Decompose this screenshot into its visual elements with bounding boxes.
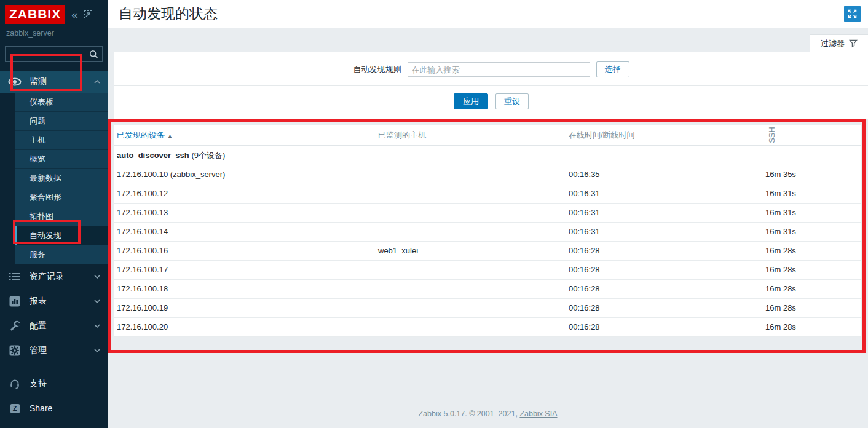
device-cell: 172.16.100.12 (114, 184, 375, 203)
sidebar-hide-icon[interactable] (84, 10, 92, 18)
filter-tab-strip: 过滤器 (108, 28, 868, 52)
chevron-down-icon (94, 349, 100, 352)
ssh-uptime-cell: 16m 31s (762, 203, 861, 222)
host-cell (375, 279, 566, 298)
page-title: 自动发现的状态 (119, 4, 844, 23)
sidebar-nav: 监测 仪表板 问题 主机 概览 最新数据 聚合图形 拓扑图 自动发现 服务 资产… (0, 71, 108, 363)
server-name: zabbix_server (0, 28, 108, 42)
table-row: 172.16.100.12 00:16:31 16m 31s (114, 184, 861, 203)
table-row: 172.16.100.19 00:16:28 16m 28s (114, 298, 861, 317)
sidebar-item-label: 管理 (30, 345, 86, 356)
page-footer: Zabbix 5.0.17. © 2001–2021, Zabbix SIA (108, 402, 868, 428)
discovery-rule-device-count: (9个设备) (191, 151, 225, 160)
uptime-cell: 00:16:31 (566, 184, 762, 203)
wrench-icon (8, 320, 22, 331)
ssh-uptime-cell: 16m 28s (762, 241, 861, 260)
filter-panel: 自动发现规则 选择 应用 重设 (114, 52, 868, 119)
sidebar-item-monitoring[interactable]: 监测 (0, 71, 108, 93)
discovery-rule-input[interactable] (408, 62, 590, 77)
column-header-monitored-host: 已监测的主机 (375, 125, 566, 146)
uptime-cell: 00:16:28 (566, 317, 762, 336)
sidebar-item-hosts[interactable]: 主机 (15, 131, 108, 150)
sidebar-item-discovery[interactable]: 自动发现 (15, 226, 108, 245)
filter-tab-label: 过滤器 (821, 38, 845, 49)
sidebar-item-inventory[interactable]: 资产记录 (0, 264, 108, 289)
host-cell (375, 222, 566, 241)
reset-button[interactable]: 重设 (495, 93, 529, 109)
filter-row: 自动发现规则 选择 (114, 61, 868, 77)
device-cell: 172.16.100.14 (114, 222, 375, 241)
sidebar-item-services[interactable]: 服务 (15, 245, 108, 264)
device-cell: 172.16.100.20 (114, 317, 375, 336)
chevron-down-icon (94, 299, 100, 303)
uptime-cell: 00:16:28 (566, 241, 762, 260)
zabbix-share-icon: Z (8, 404, 22, 413)
filter-tab[interactable]: 过滤器 (810, 34, 868, 52)
filter-actions: 应用 重设 (114, 93, 868, 109)
sidebar-item-label: 配置 (30, 320, 86, 331)
chevron-up-icon (94, 80, 100, 84)
bar-chart-icon (8, 296, 22, 307)
apply-button[interactable]: 应用 (454, 93, 488, 109)
sidebar-item-configuration[interactable]: 配置 (0, 314, 108, 338)
ssh-uptime-cell: 16m 35s (762, 165, 861, 184)
sidebar-search-box[interactable] (5, 46, 103, 62)
zabbix-logo[interactable]: ZABBIX (5, 5, 65, 24)
ssh-uptime-cell: 16m 31s (762, 184, 861, 203)
device-cell: 172.16.100.18 (114, 279, 375, 298)
sidebar-item-administration[interactable]: 管理 (0, 338, 108, 363)
device-cell: 172.16.100.17 (114, 260, 375, 279)
monitoring-submenu: 仪表板 问题 主机 概览 最新数据 聚合图形 拓扑图 自动发现 服务 (15, 93, 108, 264)
ssh-uptime-cell: 16m 28s (762, 298, 861, 317)
funnel-icon (849, 39, 858, 48)
filter-divider (114, 85, 868, 86)
ssh-uptime-cell: 16m 31s (762, 222, 861, 241)
select-button[interactable]: 选择 (596, 61, 629, 77)
sidebar-item-overview[interactable]: 概览 (15, 150, 108, 169)
table-row: 172.16.100.20 00:16:28 16m 28s (114, 317, 861, 336)
eye-icon (8, 77, 22, 87)
sidebar-item-label: 报表 (30, 296, 86, 307)
table-row: 172.16.100.17 00:16:28 16m 28s (114, 260, 861, 279)
host-cell (375, 298, 566, 317)
column-header-discovered-device[interactable]: 已发现的设备 (117, 130, 165, 140)
table-row: 172.16.100.10 (zabbix_server) 00:16:35 1… (114, 165, 861, 184)
sidebar-item-dashboard[interactable]: 仪表板 (15, 93, 108, 112)
sidebar-bottom-nav: 支持 Z Share ? 帮助 (0, 371, 108, 428)
content-area: 已发现的设备▲ 已监测的主机 在线时间/断线时间 SSH auto_discov… (108, 119, 868, 402)
list-icon (8, 272, 22, 282)
sort-ascending-icon: ▲ (167, 133, 173, 139)
chevron-down-icon (94, 324, 100, 328)
sidebar-item-latest-data[interactable]: 最新数据 (15, 169, 108, 188)
search-icon[interactable] (89, 50, 102, 59)
sidebar-item-maps[interactable]: 拓扑图 (15, 207, 108, 226)
sidebar-collapse-icon[interactable]: « (71, 9, 78, 20)
sidebar-item-help[interactable]: ? 帮助 (0, 421, 108, 428)
headset-icon (8, 379, 22, 389)
page-header: 自动发现的状态 (108, 0, 868, 28)
column-header-ssh: SSH (765, 125, 778, 145)
host-cell (375, 203, 566, 222)
sidebar-item-share[interactable]: Z Share (0, 396, 108, 421)
sidebar-item-label: Share (30, 403, 100, 413)
uptime-cell: 00:16:28 (566, 279, 762, 298)
host-cell (375, 184, 566, 203)
sidebar-item-support[interactable]: 支持 (0, 371, 108, 396)
device-cell: 172.16.100.16 (114, 241, 375, 260)
sidebar-item-reports[interactable]: 报表 (0, 289, 108, 314)
sidebar-item-problems[interactable]: 问题 (15, 112, 108, 131)
uptime-cell: 00:16:35 (566, 165, 762, 184)
device-cell: 172.16.100.10 (zabbix_server) (114, 165, 375, 184)
device-cell: 172.16.100.19 (114, 298, 375, 317)
table-header-row: 已发现的设备▲ 已监测的主机 在线时间/断线时间 SSH (114, 125, 861, 146)
sidebar-item-label: 监测 (30, 76, 86, 87)
zabbix-sia-link[interactable]: Zabbix SIA (519, 410, 557, 418)
sidebar-search-input[interactable] (6, 50, 89, 59)
uptime-cell: 00:16:28 (566, 260, 762, 279)
sidebar-item-screens[interactable]: 聚合图形 (15, 188, 108, 207)
kiosk-mode-button[interactable] (844, 6, 861, 22)
discovery-rule-group-row: auto_discover_ssh (9个设备) (114, 146, 861, 165)
arrow-out-icon (85, 12, 91, 17)
discovery-rule-name: auto_discover_ssh (117, 151, 189, 160)
table-row: 172.16.100.18 00:16:28 16m 28s (114, 279, 861, 298)
